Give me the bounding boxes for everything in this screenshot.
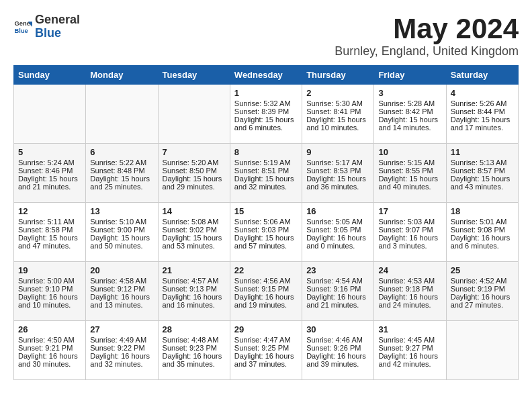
cell-info: Sunrise: 4:49 AM — [90, 336, 153, 344]
cell-info: and 21 minutes. — [306, 301, 369, 309]
cell-info: Sunrise: 4:48 AM — [163, 336, 226, 344]
cell-info: Sunset: 8:39 PM — [234, 107, 298, 116]
day-number: 11 — [451, 147, 514, 157]
calendar-week-row: 12Sunrise: 5:11 AMSunset: 8:58 PMDayligh… — [14, 203, 519, 262]
cell-info: Daylight: 15 hours — [234, 116, 298, 124]
day-number: 8 — [234, 147, 298, 157]
cell-info: Daylight: 15 hours — [378, 175, 441, 183]
cell-info: and 43 minutes. — [451, 183, 514, 191]
cell-info: Sunset: 8:58 PM — [18, 226, 81, 234]
cell-info: Sunset: 9:25 PM — [234, 344, 298, 352]
cell-info: Sunrise: 4:52 AM — [451, 277, 514, 285]
calendar-week-row: 19Sunrise: 5:00 AMSunset: 9:10 PMDayligh… — [14, 262, 519, 321]
calendar-cell: 31Sunrise: 4:45 AMSunset: 9:27 PMDayligh… — [374, 321, 446, 380]
cell-info: Daylight: 16 hours — [90, 293, 153, 301]
cell-info: Daylight: 15 hours — [378, 116, 441, 124]
cell-info: Sunrise: 5:24 AM — [18, 158, 81, 167]
cell-info: Daylight: 16 hours — [378, 234, 441, 242]
calendar-cell: 23Sunrise: 4:54 AMSunset: 9:16 PMDayligh… — [302, 262, 374, 321]
day-number: 25 — [451, 265, 514, 275]
calendar-cell — [86, 85, 158, 144]
calendar-cell: 11Sunrise: 5:13 AMSunset: 8:57 PMDayligh… — [446, 144, 518, 203]
cell-info: Daylight: 15 hours — [451, 116, 514, 124]
cell-info: Sunset: 9:10 PM — [18, 285, 81, 293]
cell-info: Sunset: 8:57 PM — [451, 167, 514, 175]
cell-info: and 29 minutes. — [163, 183, 226, 191]
cell-info: Sunset: 8:44 PM — [451, 107, 514, 116]
cell-info: Daylight: 15 hours — [234, 234, 298, 242]
calendar-cell: 16Sunrise: 5:05 AMSunset: 9:05 PMDayligh… — [302, 203, 374, 262]
cell-info: Sunset: 9:27 PM — [378, 344, 441, 352]
day-number: 13 — [90, 206, 153, 216]
cell-info: Sunrise: 4:46 AM — [306, 336, 369, 344]
cell-info: and 32 minutes. — [234, 183, 298, 191]
calendar-cell: 29Sunrise: 4:47 AMSunset: 9:25 PMDayligh… — [230, 321, 302, 380]
calendar-cell — [158, 85, 230, 144]
cell-info: Daylight: 16 hours — [163, 352, 226, 360]
cell-info: and 3 minutes. — [378, 242, 441, 250]
cell-info: Sunrise: 4:57 AM — [163, 277, 226, 285]
cell-info: Daylight: 15 hours — [90, 175, 153, 183]
cell-info: and 47 minutes. — [18, 242, 81, 250]
calendar-cell: 13Sunrise: 5:10 AMSunset: 9:00 PMDayligh… — [86, 203, 158, 262]
cell-info: Sunset: 8:42 PM — [378, 107, 441, 116]
calendar-header-row: Sunday Monday Tuesday Wednesday Thursday… — [14, 66, 519, 85]
day-number: 18 — [451, 206, 514, 216]
calendar-cell: 1Sunrise: 5:32 AMSunset: 8:39 PMDaylight… — [230, 85, 302, 144]
cell-info: and 50 minutes. — [90, 242, 153, 250]
calendar-cell: 12Sunrise: 5:11 AMSunset: 8:58 PMDayligh… — [14, 203, 86, 262]
cell-info: Sunset: 8:53 PM — [306, 167, 369, 175]
calendar-cell: 9Sunrise: 5:17 AMSunset: 8:53 PMDaylight… — [302, 144, 374, 203]
day-number: 2 — [306, 88, 369, 98]
cell-info: and 36 minutes. — [306, 183, 369, 191]
col-saturday: Saturday — [446, 66, 518, 85]
day-number: 14 — [163, 206, 226, 216]
day-number: 28 — [163, 324, 226, 334]
cell-info: and 30 minutes. — [18, 360, 81, 368]
cell-info: and 19 minutes. — [234, 301, 298, 309]
cell-info: Sunset: 8:50 PM — [163, 167, 226, 175]
cell-info: Sunrise: 4:47 AM — [234, 336, 298, 344]
day-number: 12 — [18, 206, 81, 216]
cell-info: Sunrise: 5:08 AM — [163, 218, 226, 226]
day-number: 15 — [234, 206, 298, 216]
cell-info: Sunrise: 4:50 AM — [18, 336, 81, 344]
cell-info: Sunset: 8:51 PM — [234, 167, 298, 175]
cell-info: and 6 minutes. — [451, 242, 514, 250]
calendar-cell: 7Sunrise: 5:20 AMSunset: 8:50 PMDaylight… — [158, 144, 230, 203]
cell-info: and 10 minutes. — [306, 124, 369, 132]
col-monday: Monday — [86, 66, 158, 85]
day-number: 3 — [378, 88, 441, 98]
cell-info: Sunrise: 5:00 AM — [18, 277, 81, 285]
cell-info: and 27 minutes. — [451, 301, 514, 309]
calendar-cell: 15Sunrise: 5:06 AMSunset: 9:03 PMDayligh… — [230, 203, 302, 262]
cell-info: Sunset: 9:23 PM — [163, 344, 226, 352]
logo-general-text: General — [35, 13, 80, 27]
day-number: 27 — [90, 324, 153, 334]
cell-info: Sunset: 8:41 PM — [306, 107, 369, 116]
cell-info: Sunset: 9:15 PM — [234, 285, 298, 293]
day-number: 22 — [234, 265, 298, 275]
cell-info: Daylight: 15 hours — [451, 175, 514, 183]
col-thursday: Thursday — [302, 66, 374, 85]
cell-info: Daylight: 15 hours — [18, 234, 81, 242]
cell-info: Daylight: 16 hours — [306, 293, 369, 301]
day-number: 6 — [90, 147, 153, 157]
day-number: 30 — [306, 324, 369, 334]
calendar-cell: 8Sunrise: 5:19 AMSunset: 8:51 PMDaylight… — [230, 144, 302, 203]
calendar-cell: 24Sunrise: 4:53 AMSunset: 9:18 PMDayligh… — [374, 262, 446, 321]
day-number: 21 — [163, 265, 226, 275]
cell-info: Sunrise: 4:53 AM — [378, 277, 441, 285]
cell-info: Sunrise: 5:05 AM — [306, 218, 369, 226]
calendar-cell: 17Sunrise: 5:03 AMSunset: 9:07 PMDayligh… — [374, 203, 446, 262]
cell-info: Sunset: 9:26 PM — [306, 344, 369, 352]
cell-info: Sunrise: 5:22 AM — [90, 158, 153, 167]
cell-info: and 37 minutes. — [234, 360, 298, 368]
calendar-cell: 22Sunrise: 4:56 AMSunset: 9:15 PMDayligh… — [230, 262, 302, 321]
svg-text:General: General — [15, 20, 32, 27]
cell-info: Sunrise: 5:03 AM — [378, 218, 441, 226]
cell-info: Daylight: 16 hours — [90, 352, 153, 360]
cell-info: Daylight: 16 hours — [163, 293, 226, 301]
calendar-cell: 21Sunrise: 4:57 AMSunset: 9:13 PMDayligh… — [158, 262, 230, 321]
logo: General Blue General Blue — [13, 13, 80, 40]
